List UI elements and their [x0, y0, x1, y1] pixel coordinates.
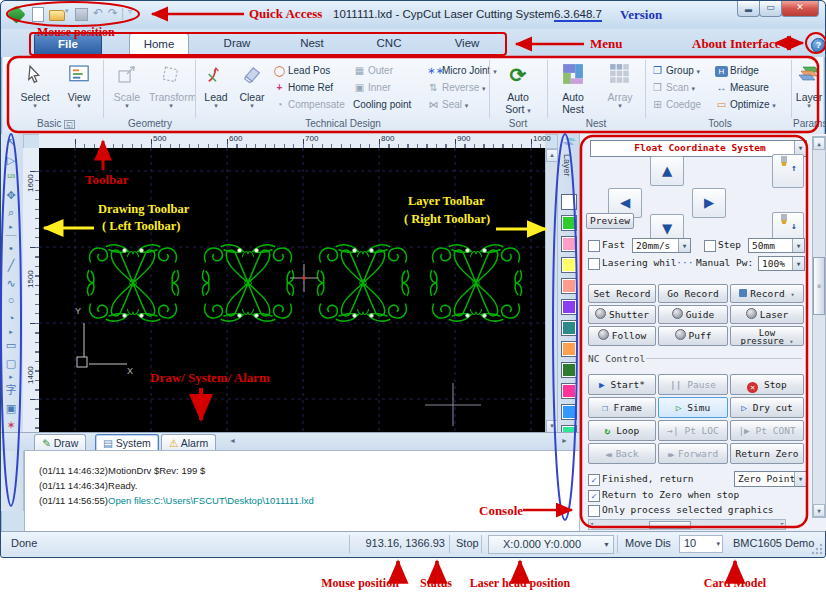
- layer-color-swatch[interactable]: [561, 404, 577, 420]
- layer-color-swatch[interactable]: [561, 257, 577, 273]
- menu-tab-nest[interactable]: Nest: [287, 33, 337, 53]
- lasering-checkbox[interactable]: [588, 258, 600, 270]
- optimize-button[interactable]: ▭Optimize ▾: [715, 97, 776, 112]
- open-file-dropdown-icon[interactable]: ▾: [65, 7, 69, 15]
- menu-tab-view[interactable]: View: [441, 33, 493, 53]
- fast-speed-select[interactable]: 20mm/s▼: [632, 238, 691, 253]
- zero-point-select[interactable]: Zero Point▼: [734, 471, 807, 487]
- undo-icon[interactable]: ↶: [93, 6, 103, 20]
- layer-color-swatch[interactable]: [561, 194, 577, 210]
- loop-button[interactable]: ↻ Loop: [588, 420, 656, 441]
- record-button[interactable]: Record ▾: [730, 284, 804, 303]
- back-button[interactable]: ◀◀ Back: [588, 443, 656, 464]
- scale-button[interactable]: Scale▾: [107, 60, 147, 116]
- layer-color-swatch[interactable]: [561, 320, 577, 336]
- point-tool-icon[interactable]: •: [1, 240, 21, 258]
- jog-right-button[interactable]: ▶: [692, 188, 726, 218]
- pt-cont-button[interactable]: |▶ Pt CONT: [730, 420, 804, 441]
- view-button[interactable]: View▾: [59, 60, 99, 116]
- dialog-launcher-icon[interactable]: ◱: [64, 120, 75, 129]
- frame-button[interactable]: ❒ Frame: [588, 397, 656, 418]
- micro-joint-button[interactable]: ∗∗Micro Joint ▾: [427, 63, 497, 78]
- pause-button[interactable]: || Pause: [658, 374, 728, 395]
- more-link[interactable]: ···: [676, 257, 693, 268]
- layer-color-swatch[interactable]: [561, 299, 577, 315]
- sequence-number-tool-icon[interactable]: ¹²³: [1, 169, 21, 187]
- select-tool-icon[interactable]: ↖: [1, 134, 21, 152]
- layer-color-swatch[interactable]: [561, 362, 577, 378]
- scan-button[interactable]: ❒Scan ▾: [651, 80, 695, 95]
- step-size-select[interactable]: 50mm▼: [748, 238, 805, 253]
- line-tool-icon[interactable]: ╱: [1, 257, 21, 275]
- layer-button[interactable]: Layer▾: [795, 60, 823, 116]
- start-button[interactable]: ▶ Start*: [588, 374, 656, 395]
- save-icon[interactable]: [75, 8, 88, 21]
- measure-button[interactable]: ↔Measure: [715, 80, 769, 95]
- array-button[interactable]: Array▾: [599, 60, 641, 116]
- coedge-button[interactable]: ⊞Coedge: [651, 97, 701, 112]
- jog-up-button[interactable]: ▲: [650, 156, 684, 186]
- simu-button[interactable]: ▷ Simu: [658, 397, 728, 418]
- layer-color-swatch[interactable]: [561, 215, 577, 231]
- maximize-button[interactable]: ▭: [759, 1, 782, 17]
- resize-grip[interactable]: [811, 543, 823, 555]
- opened-file-link[interactable]: Open files:C:\Users\FSCUT\Desktop\101111…: [108, 495, 314, 506]
- rectangle-tool-icon[interactable]: ▭: [1, 337, 21, 355]
- close-button[interactable]: ✕: [781, 1, 819, 17]
- fast-checkbox[interactable]: [588, 240, 600, 252]
- scroll-down-icon[interactable]: ▼: [813, 504, 825, 517]
- tab-scroll-left-icon[interactable]: ◄: [229, 437, 236, 444]
- redo-icon[interactable]: ↷: [108, 6, 118, 20]
- tab-draw[interactable]: ✎ Draw: [34, 434, 86, 451]
- home-ref-button[interactable]: +Home Ref: [273, 80, 333, 95]
- set-record-button[interactable]: Set Record: [588, 284, 656, 303]
- pt-loc-button[interactable]: →| Pt LOC: [658, 420, 728, 441]
- polygon-tool-icon[interactable]: ▢: [1, 355, 21, 373]
- forward-button[interactable]: ▶▶ Forward: [658, 443, 728, 464]
- guide-button[interactable]: Guide: [658, 305, 728, 324]
- layer-color-swatch[interactable]: [561, 383, 577, 399]
- lead-pos-button[interactable]: ◯Lead Pos: [273, 63, 330, 78]
- scroll-left-icon[interactable]: ◄: [590, 520, 593, 526]
- shutter-button[interactable]: Shutter: [588, 305, 656, 324]
- laser-button[interactable]: Laser: [730, 305, 804, 324]
- follow-button[interactable]: Follow: [588, 326, 656, 346]
- only-selected-checkbox[interactable]: [588, 505, 600, 517]
- auto-nest-button[interactable]: AutoNest: [551, 60, 595, 116]
- tab-scroll-right-icon[interactable]: ►: [561, 437, 568, 444]
- clear-button[interactable]: Clear▾: [235, 60, 269, 116]
- lead-button[interactable]: Lead▾: [199, 60, 233, 116]
- tab-system[interactable]: ▤ System: [95, 434, 159, 451]
- bridge-button[interactable]: HBridge: [715, 63, 759, 78]
- seal-button[interactable]: ⋈Seal ▾: [427, 97, 468, 112]
- select-button[interactable]: Select▾: [13, 60, 57, 116]
- scroll-up-icon[interactable]: ▲: [813, 137, 825, 150]
- cooling-point-button[interactable]: Cooling point: [353, 97, 411, 112]
- panel-vertical-scrollbar[interactable]: ▲ ≡ ▼: [812, 136, 826, 518]
- auto-sort-button[interactable]: ⟳ AutoSort ▾: [493, 60, 543, 116]
- layer-color-swatch[interactable]: [561, 278, 577, 294]
- help-icon[interactable]: ?: [811, 38, 826, 53]
- move-dis-select[interactable]: 10 ▾: [679, 535, 723, 553]
- menu-tab-cnc[interactable]: CNC: [365, 33, 413, 53]
- return-zero-button[interactable]: Return Zero: [730, 443, 804, 464]
- menu-tab-draw[interactable]: Draw: [211, 33, 263, 53]
- compensate-button[interactable]: ◔Compensate: [273, 97, 345, 112]
- menu-tab-home[interactable]: Home: [129, 33, 189, 54]
- low-pressure-button[interactable]: Lowpressure ▾: [730, 326, 804, 346]
- laser-head-position-select[interactable]: X:0.000 Y:0.000 ▼: [488, 535, 614, 554]
- arc-tool-icon[interactable]: ◔: [1, 310, 21, 328]
- new-file-icon[interactable]: [32, 7, 44, 22]
- curve-tool-icon[interactable]: ∿: [1, 275, 21, 293]
- polygon-flyout-arrow-icon[interactable]: ▸: [1, 372, 21, 382]
- drawing-canvas[interactable]: Y X: [39, 148, 545, 432]
- image-tool-icon[interactable]: ▣: [1, 400, 21, 418]
- transform-button[interactable]: Transform▾: [149, 60, 193, 116]
- manual-pw-select[interactable]: 100%▼: [758, 256, 805, 271]
- customize-quick-access-icon[interactable]: ▿: [128, 7, 132, 16]
- text-tool-icon[interactable]: 字: [1, 382, 21, 400]
- go-record-button[interactable]: Go Record: [658, 284, 728, 303]
- outer-button[interactable]: ▦Outer: [353, 63, 393, 78]
- finished-return-checkbox[interactable]: ✓: [588, 474, 600, 486]
- system-log-console[interactable]: (01/11 14:46:32)MotionDrv $Rev: 199 $ (0…: [24, 450, 581, 533]
